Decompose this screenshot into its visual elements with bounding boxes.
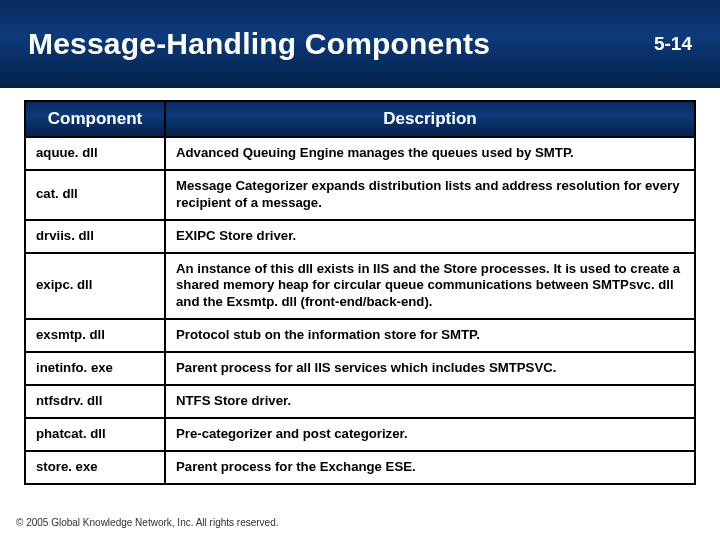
table-header-row: Component Description — [25, 101, 695, 137]
content-area: Component Description aquue. dll Advance… — [0, 88, 720, 485]
table-row: cat. dll Message Categorizer expands dis… — [25, 170, 695, 220]
slide: Message-Handling Components 5-14 Compone… — [0, 0, 720, 540]
table-row: aquue. dll Advanced Queuing Engine manag… — [25, 137, 695, 170]
table-row: phatcat. dll Pre-categorizer and post ca… — [25, 418, 695, 451]
cell-description: EXIPC Store driver. — [165, 220, 695, 253]
cell-description: Pre-categorizer and post categorizer. — [165, 418, 695, 451]
table-row: inetinfo. exe Parent process for all IIS… — [25, 352, 695, 385]
col-header-component: Component — [25, 101, 165, 137]
cell-component: phatcat. dll — [25, 418, 165, 451]
cell-component: cat. dll — [25, 170, 165, 220]
cell-component: exipc. dll — [25, 253, 165, 320]
cell-description: Parent process for the Exchange ESE. — [165, 451, 695, 484]
cell-description: NTFS Store driver. — [165, 385, 695, 418]
cell-component: aquue. dll — [25, 137, 165, 170]
title-bar: Message-Handling Components 5-14 — [0, 0, 720, 88]
cell-description: Parent process for all IIS services whic… — [165, 352, 695, 385]
table-row: drviis. dll EXIPC Store driver. — [25, 220, 695, 253]
components-table: Component Description aquue. dll Advance… — [24, 100, 696, 485]
cell-component: ntfsdrv. dll — [25, 385, 165, 418]
slide-title: Message-Handling Components — [28, 27, 490, 61]
cell-component: drviis. dll — [25, 220, 165, 253]
cell-description: An instance of this dll exists in IIS an… — [165, 253, 695, 320]
table-row: exipc. dll An instance of this dll exist… — [25, 253, 695, 320]
cell-component: store. exe — [25, 451, 165, 484]
table-row: store. exe Parent process for the Exchan… — [25, 451, 695, 484]
cell-description: Advanced Queuing Engine manages the queu… — [165, 137, 695, 170]
cell-description: Message Categorizer expands distribution… — [165, 170, 695, 220]
page-number: 5-14 — [654, 33, 692, 55]
copyright-footer: © 2005 Global Knowledge Network, Inc. Al… — [16, 517, 279, 528]
cell-component: exsmtp. dll — [25, 319, 165, 352]
table-row: exsmtp. dll Protocol stub on the informa… — [25, 319, 695, 352]
table-row: ntfsdrv. dll NTFS Store driver. — [25, 385, 695, 418]
cell-description: Protocol stub on the information store f… — [165, 319, 695, 352]
col-header-description: Description — [165, 101, 695, 137]
cell-component: inetinfo. exe — [25, 352, 165, 385]
